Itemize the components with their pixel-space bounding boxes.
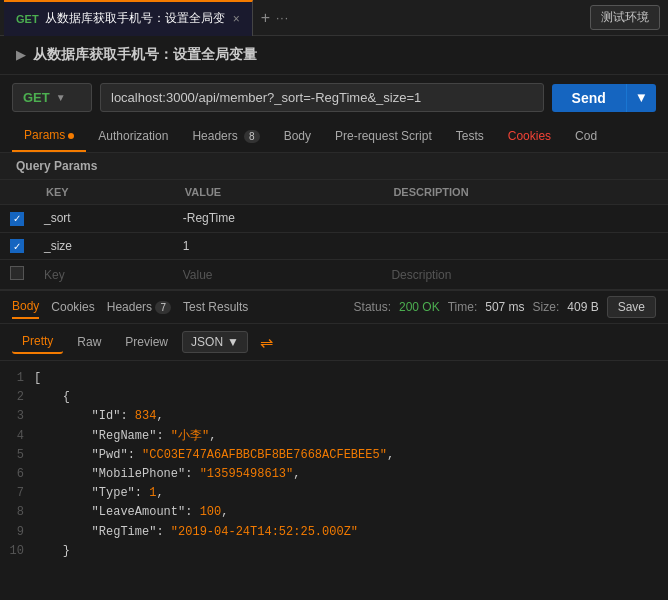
request-title-bar: ▶ 从数据库获取手机号：设置全局变量 xyxy=(0,36,668,75)
line-num: 7 xyxy=(4,484,34,503)
collapse-arrow[interactable]: ▶ xyxy=(16,48,25,62)
row2-description[interactable] xyxy=(381,232,668,260)
json-content: "Pwd": "CC03E747A6AFBBCBF8BE7668ACFEBEE5… xyxy=(34,446,394,465)
row1-checkbox[interactable] xyxy=(10,212,24,226)
tab-tests[interactable]: Tests xyxy=(444,121,496,151)
col-description: DESCRIPTION xyxy=(381,180,668,205)
send-button[interactable]: Send xyxy=(552,84,626,112)
line-num: 2 xyxy=(4,388,34,407)
row1-checkbox-cell[interactable] xyxy=(0,205,34,233)
resp-tab-body[interactable]: Body xyxy=(12,295,39,319)
fmt-tab-preview[interactable]: Preview xyxy=(115,331,178,353)
url-input[interactable] xyxy=(100,83,544,112)
line-num: 8 xyxy=(4,503,34,522)
empty-value[interactable]: Value xyxy=(173,260,382,290)
empty-description[interactable]: Description xyxy=(381,260,668,290)
send-dropdown-button[interactable]: ▼ xyxy=(626,84,656,112)
row2-key[interactable]: _size xyxy=(34,232,173,260)
time-label: Time: xyxy=(448,300,478,314)
line-num: 5 xyxy=(4,446,34,465)
table-row-empty: Key Value Description xyxy=(0,260,668,290)
new-tab-icon[interactable]: + xyxy=(261,9,270,27)
json-bracket: [ xyxy=(34,369,41,388)
resp-tab-headers[interactable]: Headers 7 xyxy=(107,296,171,318)
active-tab[interactable]: GET 从数据库获取手机号：设置全局变 × xyxy=(4,0,253,36)
tab-close-icon[interactable]: × xyxy=(233,12,240,26)
query-params-table: KEY VALUE DESCRIPTION _sort -RegTime _si… xyxy=(0,180,668,290)
params-dot xyxy=(68,133,74,139)
json-bracket: { xyxy=(34,388,70,407)
line-num: 6 xyxy=(4,465,34,484)
format-select[interactable]: JSON ▼ xyxy=(182,331,248,353)
url-bar: GET ▼ Send ▼ xyxy=(0,75,668,120)
json-content: "RegTime": "2019-04-24T14:52:25.000Z" xyxy=(34,523,358,542)
json-content: "Type": 1, xyxy=(34,484,164,503)
tab-title: 从数据库获取手机号：设置全局变 xyxy=(45,10,225,27)
tab-pre-request[interactable]: Pre-request Script xyxy=(323,121,444,151)
size-label: Size: xyxy=(533,300,560,314)
tab-body[interactable]: Body xyxy=(272,121,323,151)
headers-badge: 8 xyxy=(244,130,260,143)
response-bar: Body Cookies Headers 7 Test Results Stat… xyxy=(0,290,668,324)
json-line-10: 10 } xyxy=(4,542,664,561)
json-line-5: 5 "Pwd": "CC03E747A6AFBBCBF8BE7668ACFEBE… xyxy=(4,446,664,465)
line-num: 3 xyxy=(4,407,34,426)
method-label: GET xyxy=(23,90,50,105)
resp-tab-test-results[interactable]: Test Results xyxy=(183,296,248,318)
params-tabs: Params Authorization Headers 8 Body Pre-… xyxy=(0,120,668,153)
row2-value[interactable]: 1 xyxy=(173,232,382,260)
json-line-7: 7 "Type": 1, xyxy=(4,484,664,503)
status-label: Status: xyxy=(354,300,391,314)
col-value: VALUE xyxy=(173,180,382,205)
empty-checkbox-cell[interactable] xyxy=(0,260,34,290)
fmt-tab-pretty[interactable]: Pretty xyxy=(12,330,63,354)
wrap-icon[interactable]: ⇌ xyxy=(260,333,273,352)
tab-cookies[interactable]: Cookies xyxy=(496,121,563,151)
send-button-group: Send ▼ xyxy=(552,84,656,112)
env-badge[interactable]: 测试环境 xyxy=(590,5,660,30)
fmt-tab-raw[interactable]: Raw xyxy=(67,331,111,353)
row1-key[interactable]: _sort xyxy=(34,205,173,233)
json-line-8: 8 "LeaveAmount": 100, xyxy=(4,503,664,522)
response-meta: Status: 200 OK Time: 507 ms Size: 409 B … xyxy=(354,296,656,318)
method-chevron-icon: ▼ xyxy=(56,92,66,103)
format-bar: Pretty Raw Preview JSON ▼ ⇌ xyxy=(0,324,668,361)
json-line-2: 2 { xyxy=(4,388,664,407)
resp-tab-cookies[interactable]: Cookies xyxy=(51,296,94,318)
tab-headers[interactable]: Headers 8 xyxy=(180,121,271,151)
empty-key[interactable]: Key xyxy=(34,260,173,290)
more-tabs-icon[interactable]: ··· xyxy=(276,11,289,25)
time-value: 507 ms xyxy=(485,300,524,314)
row1-value[interactable]: -RegTime xyxy=(173,205,382,233)
save-response-button[interactable]: Save xyxy=(607,296,656,318)
json-bracket: } xyxy=(34,542,70,561)
row1-description[interactable] xyxy=(381,205,668,233)
tab-authorization[interactable]: Authorization xyxy=(86,121,180,151)
tab-method: GET xyxy=(16,13,39,25)
line-num: 1 xyxy=(4,369,34,388)
status-value: 200 OK xyxy=(399,300,440,314)
line-num: 9 xyxy=(4,523,34,542)
empty-checkbox[interactable] xyxy=(10,266,24,280)
request-title-text: 从数据库获取手机号：设置全局变量 xyxy=(33,46,257,64)
json-line-3: 3 "Id": 834, xyxy=(4,407,664,426)
col-checkbox xyxy=(0,180,34,205)
tab-params[interactable]: Params xyxy=(12,120,86,152)
method-selector[interactable]: GET ▼ xyxy=(12,83,92,112)
format-value: JSON xyxy=(191,335,223,349)
json-line-1: 1 [ xyxy=(4,369,664,388)
tab-code[interactable]: Cod xyxy=(563,121,609,151)
response-tabs: Body Cookies Headers 7 Test Results xyxy=(12,295,248,319)
row2-checkbox[interactable] xyxy=(10,239,24,253)
col-key: KEY xyxy=(34,180,173,205)
tab-actions: + ··· xyxy=(261,9,289,27)
json-line-6: 6 "MobilePhone": "13595498613", xyxy=(4,465,664,484)
json-content: "RegName": "小李", xyxy=(34,427,216,446)
table-row: _sort -RegTime xyxy=(0,205,668,233)
json-output: 1 [ 2 { 3 "Id": 834, 4 "RegName": "小李", … xyxy=(0,361,668,561)
json-content: "Id": 834, xyxy=(34,407,164,426)
row2-checkbox-cell[interactable] xyxy=(0,232,34,260)
size-value: 409 B xyxy=(567,300,598,314)
tab-bar: GET 从数据库获取手机号：设置全局变 × + ··· 测试环境 xyxy=(0,0,668,36)
json-content: "MobilePhone": "13595498613", xyxy=(34,465,300,484)
